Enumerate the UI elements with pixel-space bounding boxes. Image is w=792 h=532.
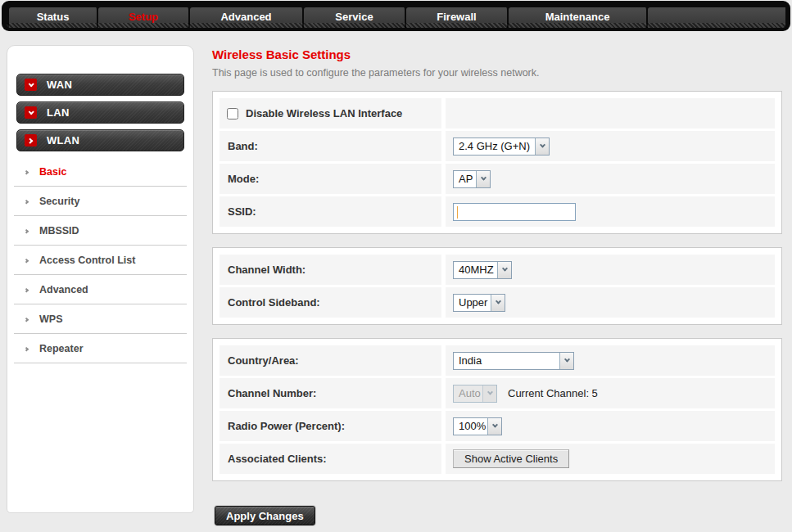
- select-value: 40MHZ: [454, 262, 497, 278]
- text-caret: [457, 206, 458, 219]
- chevron-right-icon: [24, 346, 29, 351]
- dropdown-arrow-glyph: [563, 357, 569, 363]
- select-value: 100%: [454, 418, 487, 435]
- row-label: Country/Area:: [228, 354, 299, 367]
- chevron-right-icon: [24, 228, 29, 233]
- row-control-cell: 100%: [446, 411, 775, 441]
- sidebar-item-label: WPS: [39, 313, 62, 325]
- dropdown-arrow-icon: [559, 353, 573, 369]
- row-label: Channel Number:: [228, 387, 316, 399]
- text-input-wrap: [453, 203, 576, 221]
- row-associated-clients: Associated Clients:Show Active Clients: [219, 444, 775, 474]
- dropdown-arrow-icon: [535, 138, 549, 155]
- channel-width-select[interactable]: 40MHZ: [453, 261, 512, 279]
- sidebar-button-lan[interactable]: LAN: [16, 101, 184, 124]
- row-label: Control Sideband:: [228, 296, 320, 309]
- select-value: AP: [454, 171, 476, 187]
- row-label: Mode:: [228, 173, 259, 185]
- sidebar-item-label: Access Control List: [39, 255, 135, 266]
- row-label-cell: Radio Power (Percent):: [219, 411, 441, 441]
- row-control-cell: Show Active Clients: [446, 444, 775, 474]
- disable-wireless-lan-interface-checkbox[interactable]: [227, 108, 238, 119]
- dropdown-arrow-icon: [491, 295, 505, 311]
- sidebar-item-basic[interactable]: Basic: [14, 157, 187, 187]
- sidebar-item-wps[interactable]: WPS: [14, 304, 187, 334]
- sidebar-group-buttons: WANLANWLAN: [7, 46, 193, 151]
- row-label-cell: Mode:: [219, 164, 441, 194]
- show-active-clients-button[interactable]: Show Active Clients: [453, 449, 569, 468]
- sidebar-button-label: LAN: [47, 106, 70, 119]
- dropdown-arrow-glyph: [539, 142, 545, 148]
- sidebar: WANLANWLAN BasicSecurityMBSSIDAccess Con…: [7, 45, 194, 513]
- row-control-cell: [446, 98, 775, 128]
- dropdown-arrow-glyph: [480, 175, 486, 181]
- band-select[interactable]: 2.4 GHz (G+N): [453, 138, 550, 156]
- sidebar-item-access-control-list[interactable]: Access Control List: [14, 246, 187, 275]
- country-area-select[interactable]: India: [453, 352, 574, 370]
- radio-power-percent-select[interactable]: 100%: [453, 417, 502, 435]
- tab-firewall[interactable]: Firewall: [406, 7, 509, 28]
- checkbox-label: Disable Wireless LAN Interface: [246, 107, 402, 119]
- sidebar-item-advanced[interactable]: Advanced: [14, 275, 187, 304]
- chevron-right-icon: [24, 258, 29, 263]
- dropdown-arrow-glyph: [487, 390, 492, 395]
- nav-filler: [648, 7, 785, 28]
- chevron-right-icon: [25, 134, 37, 147]
- sidebar-button-label: WLAN: [47, 134, 79, 147]
- row-channel-width: Channel Width:40MHZ: [219, 255, 775, 285]
- row-channel-number: Channel Number:AutoCurrent Channel: 5: [219, 378, 775, 408]
- row-radio-power-percent: Radio Power (Percent):100%: [219, 411, 775, 441]
- form-section-3: Country/Area:IndiaChannel Number:AutoCur…: [212, 338, 782, 481]
- chevron-right-icon: [24, 317, 29, 322]
- row-label: Band:: [228, 140, 258, 152]
- tab-maintenance[interactable]: Maintenance: [509, 7, 648, 28]
- main-panel: Wireless Basic Settings This page is use…: [212, 47, 785, 525]
- select-value: India: [454, 353, 559, 369]
- row-label-cell: Band:: [219, 131, 441, 161]
- sidebar-item-label: MBSSID: [39, 225, 79, 237]
- row-label-cell: Disable Wireless LAN Interface: [219, 98, 441, 128]
- row-label-cell: Country/Area:: [219, 345, 441, 376]
- row-control-cell: AutoCurrent Channel: 5: [446, 378, 775, 408]
- dropdown-arrow-glyph: [495, 299, 500, 304]
- dropdown-arrow-glyph: [501, 266, 507, 272]
- row-label-cell: Associated Clients:: [219, 444, 441, 474]
- dropdown-arrow-icon: [482, 385, 496, 402]
- sidebar-item-mbssid[interactable]: MBSSID: [14, 216, 187, 246]
- mode-select[interactable]: AP: [453, 170, 491, 188]
- sidebar-button-wlan[interactable]: WLAN: [16, 129, 184, 151]
- row-country-area: Country/Area:India: [219, 345, 775, 376]
- select-value: Upper: [454, 295, 491, 311]
- row-label-cell: Channel Number:: [219, 378, 441, 408]
- chevron-down-glyph: [29, 109, 34, 115]
- tab-setup[interactable]: Setup: [98, 7, 190, 28]
- chevron-right-glyph: [27, 138, 33, 144]
- tab-status[interactable]: Status: [9, 7, 98, 28]
- select-value: 2.4 GHz (G+N): [454, 138, 535, 155]
- row-control-cell: 2.4 GHz (G+N): [446, 131, 775, 161]
- tab-advanced[interactable]: Advanced: [190, 7, 304, 28]
- sidebar-item-repeater[interactable]: Repeater: [14, 334, 187, 363]
- sidebar-button-wan[interactable]: WAN: [16, 74, 184, 96]
- ssid-input[interactable]: [453, 203, 576, 221]
- chevron-down-icon: [25, 79, 37, 91]
- chevron-right-icon: [24, 199, 29, 204]
- chevron-right-icon: [24, 287, 29, 292]
- dropdown-arrow-icon: [476, 171, 490, 187]
- sidebar-item-label: Advanced: [39, 284, 88, 295]
- apply-changes-button[interactable]: Apply Changes: [215, 506, 315, 525]
- tab-service[interactable]: Service: [304, 7, 406, 28]
- form-section-1: Disable Wireless LAN InterfaceBand:2.4 G…: [212, 91, 782, 234]
- control-sideband-select[interactable]: Upper: [453, 294, 505, 312]
- select-value: Auto: [454, 385, 482, 402]
- chevron-right-icon: [24, 169, 29, 174]
- page-content: WANLANWLAN BasicSecurityMBSSIDAccess Con…: [0, 31, 792, 532]
- channel-number-select: Auto: [453, 385, 497, 403]
- row-mode: Mode:AP: [219, 164, 775, 194]
- row-ssid: SSID:: [219, 196, 775, 227]
- sidebar-button-label: WAN: [47, 79, 72, 91]
- row-control-cell: [446, 196, 775, 227]
- row-control-sideband: Control Sideband:Upper: [219, 287, 775, 318]
- row-label: Associated Clients:: [228, 453, 327, 465]
- sidebar-item-security[interactable]: Security: [14, 187, 187, 216]
